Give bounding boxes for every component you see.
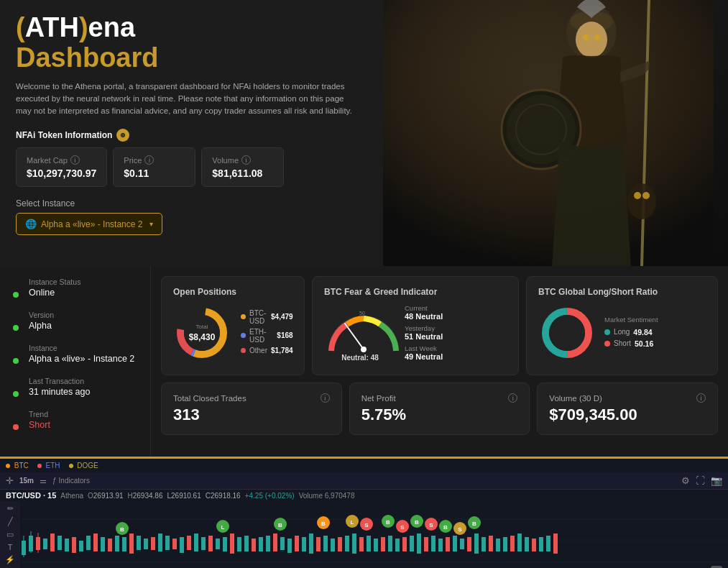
svg-text:S: S [364, 522, 369, 528]
svg-rect-65 [252, 539, 256, 551]
svg-rect-44 [101, 537, 105, 551]
indicators-icon: ƒ [52, 477, 57, 485]
svg-rect-93 [453, 536, 457, 551]
indicators-button[interactable]: ƒ Indicators [52, 477, 90, 485]
svg-rect-85 [395, 539, 400, 551]
instance-dot [13, 358, 19, 364]
version-label: Version [29, 311, 54, 319]
svg-rect-81 [367, 536, 371, 551]
fear-greed-content: 0 50 100 Neutral: 48 Current 48 Neutral [324, 304, 507, 365]
net-profit-title: Net Profit [361, 394, 396, 403]
svg-rect-67 [266, 536, 270, 551]
btc-dot [6, 464, 10, 468]
volume-30d-info-icon[interactable]: i [696, 393, 706, 403]
net-profit-info-icon[interactable]: i [508, 393, 517, 403]
svg-text:B: B [386, 519, 390, 526]
last-tx-label: Last Transaction [29, 377, 90, 385]
svg-rect-42 [86, 536, 91, 550]
instance-dropdown[interactable]: 🌐 Alpha a «live» - Instance 2 ▾ [16, 213, 162, 235]
svg-text:L: L [351, 519, 354, 526]
total-trades-info-icon[interactable]: i [321, 393, 330, 403]
svg-text:B: B [443, 524, 448, 531]
version-value: Alpha [29, 321, 54, 331]
fullscreen-icon[interactable]: ⛶ [696, 475, 705, 486]
fear-greed-right-info: Current 48 Neutral Yesterday 51 Neutral … [405, 304, 443, 365]
nfai-label-text: NFAi Token Information [16, 130, 112, 140]
shape-icon[interactable]: ▭ [6, 530, 14, 539]
svg-rect-56 [187, 536, 191, 550]
doge-dot [69, 464, 73, 468]
svg-text:100: 100 [395, 354, 403, 354]
price-info-icon[interactable]: i [144, 155, 154, 165]
svg-rect-97 [482, 537, 486, 551]
candlestick-chart: B L B B L S B S B S B [0, 501, 728, 568]
app-logo-title: (ATH)ena Dashboard [16, 13, 387, 73]
svg-rect-74 [316, 537, 321, 551]
short-dot [604, 341, 610, 347]
chart-open: O26913.91 [88, 492, 124, 500]
svg-rect-50 [144, 539, 148, 549]
volume-value: $81,611.08 [212, 168, 273, 179]
long-short-info: Market Sentiment Long 49.84 Short 50.16 [604, 316, 658, 351]
svg-rect-55 [180, 537, 184, 553]
chart-pair-name: BTC/USD · 15 [6, 491, 56, 500]
volume-30d-card: Volume (30 D) i $709,345.00 [537, 383, 718, 435]
chart-volume-label: Volume 6,970478 [299, 492, 355, 500]
net-profit-header: Net Profit i [361, 393, 518, 403]
svg-rect-64 [244, 536, 249, 551]
net-profit-card: Net Profit i 5.75% [349, 383, 530, 435]
chart-pair-info: BTC/USD · 15 Athena O26913.91 H26934.86 … [0, 490, 728, 501]
svg-rect-48 [129, 533, 134, 554]
instance-status-value: Online [29, 288, 80, 298]
chart-low: L26910.61 [167, 492, 201, 500]
crosshair-icon[interactable]: ✛ [6, 475, 14, 486]
open-positions-widget: Open Positions [161, 276, 305, 375]
price-label: Price i [124, 155, 185, 165]
pen-icon[interactable]: ✏ [7, 504, 14, 513]
svg-text:0: 0 [328, 354, 331, 354]
svg-rect-51 [151, 537, 155, 550]
measure-icon[interactable]: ⚡ [5, 555, 15, 564]
hero-content: (ATH)ena Dashboard Welcome to the Athena… [0, 0, 402, 248]
chart-body[interactable]: B L B B L S B S B S B [0, 501, 728, 568]
long-short-title: BTC Global Long/Short Ratio [538, 287, 706, 297]
svg-rect-66 [259, 537, 263, 551]
market-cap-label: Market Cap i [27, 155, 96, 165]
long-short-widget: BTC Global Long/Short Ratio [526, 276, 718, 375]
svg-rect-80 [359, 537, 364, 551]
svg-rect-57 [194, 533, 198, 551]
logo-line1: (ATH)ena [16, 13, 387, 43]
svg-rect-101 [510, 536, 515, 551]
settings-icon[interactable]: ⚙ [681, 475, 690, 486]
line-icon[interactable]: ╱ [8, 517, 13, 526]
svg-point-19 [361, 347, 367, 352]
svg-rect-79 [352, 533, 356, 554]
volume-info-icon[interactable]: i [241, 155, 251, 165]
version-status-dot [13, 325, 19, 331]
bars-icon[interactable]: ⚌ [40, 476, 47, 485]
svg-rect-73 [309, 533, 313, 554]
svg-rect-72 [302, 537, 306, 551]
svg-rect-58 [201, 537, 206, 550]
dashboard-title: Dashboard [16, 43, 387, 73]
svg-text:B: B [120, 526, 124, 533]
camera-icon[interactable]: 📷 [711, 475, 722, 486]
svg-rect-88 [417, 533, 421, 554]
svg-rect-53 [165, 536, 170, 550]
chart-change: +4.25 (+0.02%) [245, 492, 295, 500]
total-trades-value: 313 [173, 406, 330, 424]
market-cap-info-icon[interactable]: i [70, 155, 80, 165]
long-short-content: Market Sentiment Long 49.84 Short 50.16 [538, 304, 706, 362]
svg-rect-92 [446, 537, 450, 551]
fg-current-row: Current 48 Neutral [405, 304, 443, 321]
btc-legend: BTC [6, 462, 29, 469]
trend-dot [13, 424, 19, 430]
online-status-dot [13, 292, 19, 298]
net-profit-value: 5.75% [361, 406, 518, 424]
svg-rect-86 [402, 537, 407, 551]
nfai-chip-icon: ⊕ [116, 129, 129, 142]
fg-lastweek-row: Last Week 49 Neutral [405, 344, 443, 361]
text-tool-icon[interactable]: T [8, 543, 13, 551]
chart-timeframe[interactable]: 15m [19, 477, 34, 485]
btc-legend-item: BTC-USD $4,479 [241, 309, 293, 325]
